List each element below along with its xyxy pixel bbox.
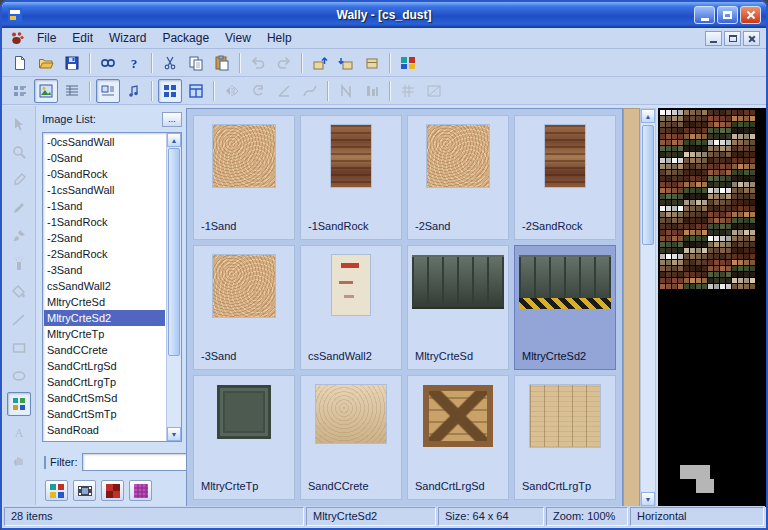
browser-scroll-up-icon[interactable]: ▲ — [641, 109, 655, 123]
texture-cell[interactable]: -2Sand — [407, 115, 509, 240]
texture-cell[interactable]: SandCrtLrgTp — [514, 375, 616, 500]
scroll-down-icon[interactable]: ▼ — [167, 427, 181, 441]
mdi-close-button[interactable] — [743, 31, 760, 46]
list-item[interactable]: MltryCrteSd2 — [44, 310, 165, 326]
help-button[interactable]: ? — [122, 51, 146, 75]
scroll-up-icon[interactable]: ▲ — [167, 133, 181, 147]
list-item[interactable]: -1csSandWall — [44, 182, 165, 198]
browser-scroll-thumb[interactable] — [642, 125, 654, 245]
new-button[interactable] — [8, 51, 32, 75]
texture-cell[interactable]: MltryCrteTp — [193, 375, 295, 500]
cut-button[interactable] — [158, 51, 182, 75]
list-item[interactable]: MltryCrteTp — [44, 326, 165, 342]
filter-checkbox[interactable] — [44, 456, 46, 469]
list-item[interactable]: -1SandRock — [44, 214, 165, 230]
list-item[interactable]: MltryCrteSd — [44, 294, 165, 310]
menu-edit[interactable]: Edit — [64, 29, 101, 47]
browser-scroll-down-icon[interactable]: ▼ — [641, 492, 655, 506]
maximize-button[interactable] — [717, 6, 738, 24]
menu-view[interactable]: View — [217, 29, 259, 47]
menu-wizard[interactable]: Wizard — [101, 29, 154, 47]
list-item[interactable]: SandCrtSmSd — [44, 390, 165, 406]
wizard-button[interactable] — [396, 51, 420, 75]
list-item[interactable]: -0csSandWall — [44, 134, 165, 150]
palette-swatch — [738, 122, 743, 127]
texture-cell[interactable]: -2SandRock — [514, 115, 616, 240]
minimize-button[interactable] — [694, 6, 715, 24]
list-item[interactable]: SandCrtSmTp — [44, 406, 165, 422]
mdi-restore-button[interactable] — [724, 31, 741, 46]
palette-swatch — [690, 158, 695, 163]
view-image-button[interactable] — [34, 79, 58, 103]
palette-swatch — [738, 218, 743, 223]
menu-help[interactable]: Help — [259, 29, 300, 47]
texture-cell[interactable]: MltryCrteSd — [407, 245, 509, 370]
mdi-minimize-button[interactable] — [705, 31, 722, 46]
view-list-button[interactable] — [8, 79, 32, 103]
palette-swatch — [750, 284, 755, 289]
package-add-button[interactable] — [334, 51, 358, 75]
close-button[interactable] — [740, 6, 761, 24]
package-new-button[interactable] — [360, 51, 384, 75]
pane-splitter[interactable] — [623, 108, 640, 507]
texture-cell[interactable]: MltryCrteSd2 — [514, 245, 616, 370]
view-thumbs-button[interactable] — [96, 79, 120, 103]
palette-swatch — [726, 182, 731, 187]
list-item[interactable]: SandCrtLrgSd — [44, 358, 165, 374]
texture-cell[interactable]: csSandWall2 — [300, 245, 402, 370]
palette-swatch — [708, 230, 713, 235]
save-button[interactable] — [60, 51, 84, 75]
palette-swatch — [678, 170, 683, 175]
find-button[interactable] — [96, 51, 120, 75]
palette-swatch — [666, 182, 671, 187]
color-palette-panel[interactable] — [658, 108, 767, 507]
palette-swatch — [738, 128, 743, 133]
open-button[interactable] — [34, 51, 58, 75]
list-item[interactable]: -0Sand — [44, 150, 165, 166]
texture-cell[interactable]: SandCCrete — [300, 375, 402, 500]
palette-tool-button[interactable] — [7, 392, 31, 416]
texture-thumbnail — [316, 385, 386, 443]
menu-package[interactable]: Package — [154, 29, 217, 47]
grid-window-button[interactable] — [184, 79, 208, 103]
view-notes-button[interactable] — [122, 79, 146, 103]
menu-file[interactable]: File — [29, 29, 64, 47]
list-scroll-thumb[interactable] — [168, 148, 180, 356]
palette-gray-block — [680, 465, 710, 479]
title-bar[interactable]: Wally - [cs_dust] — [2, 2, 766, 28]
list-item[interactable]: SandRoad — [44, 422, 165, 438]
animation-view-button[interactable] — [73, 480, 96, 501]
palette-swatch — [690, 284, 695, 289]
paste-button[interactable] — [210, 51, 234, 75]
red-palette-button[interactable] — [101, 480, 124, 501]
palette-swatch — [696, 236, 701, 241]
list-item[interactable]: SandCCrete — [44, 342, 165, 358]
palette-swatch — [732, 254, 737, 259]
list-item[interactable]: -2Sand — [44, 230, 165, 246]
list-item[interactable]: -3Sand — [44, 262, 165, 278]
curve-button — [298, 79, 322, 103]
palette-swatch — [672, 254, 677, 259]
copy-button[interactable] — [184, 51, 208, 75]
list-item[interactable]: SandCrtLrgTp — [44, 374, 165, 390]
texture-cell[interactable]: -1Sand — [193, 115, 295, 240]
grid-2x2-button[interactable] — [158, 79, 182, 103]
texture-cell[interactable]: -3Sand — [193, 245, 295, 370]
texture-cell[interactable]: SandCrtLrgSd — [407, 375, 509, 500]
list-item[interactable]: csSandWall2 — [44, 278, 165, 294]
list-item[interactable]: -2SandRock — [44, 246, 165, 262]
browser-scrollbar[interactable]: ▲ ▼ — [640, 108, 656, 507]
package-extract-button[interactable] — [308, 51, 332, 75]
palette-swatch — [672, 272, 677, 277]
view-detail-button[interactable] — [60, 79, 84, 103]
list-item[interactable]: -1Sand — [44, 198, 165, 214]
browse-button[interactable]: ... — [162, 112, 182, 127]
list-scrollbar[interactable]: ▲ ▼ — [166, 133, 181, 441]
palette-swatch — [720, 152, 725, 157]
palette-swatch — [744, 164, 749, 169]
palette-view-button[interactable] — [45, 480, 68, 501]
color-grid-button[interactable] — [129, 480, 152, 501]
fill-button — [7, 280, 31, 304]
texture-cell[interactable]: -1SandRock — [300, 115, 402, 240]
list-item[interactable]: -0SandRock — [44, 166, 165, 182]
